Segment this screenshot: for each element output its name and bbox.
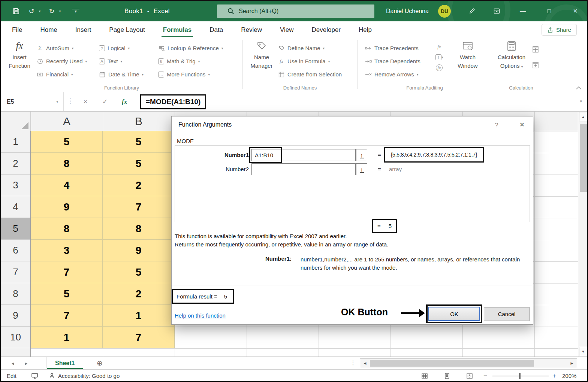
- dialog-close-button[interactable]: ×: [516, 119, 528, 130]
- row-header-9[interactable]: 9: [1, 305, 30, 327]
- scroll-right-button[interactable]: ▶: [567, 359, 577, 368]
- cell-B1[interactable]: 5: [103, 131, 175, 153]
- page-layout-view-button[interactable]: [440, 370, 454, 382]
- text-button[interactable]: A Text ▾: [97, 55, 145, 67]
- row-header-6[interactable]: 6: [1, 240, 30, 261]
- collapse-dialog-button-2[interactable]: ↑: [356, 163, 367, 175]
- help-link[interactable]: Help on this function: [175, 312, 226, 319]
- dialog-title[interactable]: Function Arguments: [178, 121, 232, 128]
- zoom-level[interactable]: 200%: [562, 370, 576, 382]
- ok-button[interactable]: OK: [428, 307, 480, 321]
- avatar[interactable]: DU: [438, 5, 451, 18]
- undo-button[interactable]: ↺: [26, 1, 37, 21]
- cell-B10[interactable]: 7: [103, 327, 175, 348]
- save-icon[interactable]: [10, 1, 22, 21]
- cell-A4[interactable]: 9: [31, 196, 103, 218]
- tab-developer[interactable]: Developer: [311, 21, 342, 38]
- insert-function-fx-button[interactable]: fx: [116, 92, 133, 111]
- error-checking-button[interactable]: ! ▾: [435, 53, 444, 62]
- horizontal-scrollbar[interactable]: ◀ ▶: [360, 358, 577, 368]
- calculation-options-button[interactable]: Calculation Options ▾: [495, 38, 528, 70]
- row-header-8[interactable]: 8: [1, 283, 30, 305]
- sheet-tab-sheet1[interactable]: Sheet1: [46, 357, 83, 369]
- cell-B9[interactable]: 1: [103, 305, 175, 327]
- recently-used-button[interactable]: Recently Used ▾: [35, 55, 88, 67]
- cell-A5[interactable]: 8: [31, 218, 103, 240]
- tab-splitter-icon[interactable]: ⋮: [350, 359, 356, 366]
- show-formulas-button[interactable]: fx: [435, 42, 444, 51]
- cell-B4[interactable]: 7: [103, 196, 175, 218]
- scroll-up-button[interactable]: ▲: [579, 112, 587, 121]
- tab-data[interactable]: Data: [209, 21, 224, 38]
- cell-A1[interactable]: 5: [31, 131, 103, 153]
- zoom-out-button[interactable]: −: [483, 370, 487, 382]
- cell-A2[interactable]: 8: [31, 153, 103, 175]
- cancel-entry-button[interactable]: ×: [77, 92, 94, 111]
- use-in-formula-button[interactable]: fx Use in Formula ▾: [277, 55, 343, 67]
- zoom-slider-handle[interactable]: [519, 373, 521, 379]
- more-functions-button[interactable]: … More Functions ▾: [157, 69, 224, 80]
- cell-A3[interactable]: 4: [31, 175, 103, 196]
- insert-function-button[interactable]: fx Insert Function: [6, 38, 33, 70]
- cell-B3[interactable]: 2: [103, 175, 175, 196]
- trace-precedents-button[interactable]: Trace Precedents: [364, 42, 422, 54]
- scroll-left-button[interactable]: ◀: [360, 359, 370, 368]
- sheet-nav-right-button[interactable]: ▸: [21, 357, 31, 369]
- name-box-dropdown-icon[interactable]: ▾: [56, 100, 58, 104]
- number2-input[interactable]: [251, 163, 356, 175]
- watch-window-button[interactable]: Watch Window: [454, 38, 481, 70]
- expand-formula-bar-icon[interactable]: ▾: [580, 99, 582, 104]
- new-sheet-button[interactable]: ⊕: [93, 357, 106, 369]
- normal-view-button[interactable]: [417, 370, 432, 382]
- tab-file[interactable]: File: [11, 21, 23, 38]
- tab-formulas[interactable]: Formulas: [162, 21, 193, 38]
- row-header-1[interactable]: 1: [1, 131, 30, 153]
- customize-quick-access-toolbar-icon[interactable]: ▾: [72, 9, 79, 13]
- minimize-button[interactable]: —: [514, 1, 531, 21]
- undo-chevron-icon[interactable]: ▾: [37, 1, 42, 21]
- date-time-button[interactable]: Date & Time ▾: [97, 69, 145, 80]
- calculate-sheet-button[interactable]: [531, 61, 540, 70]
- name-box[interactable]: E5 ▾: [1, 92, 64, 111]
- collapse-ribbon-button[interactable]: [576, 87, 581, 90]
- row-header-3[interactable]: 3: [1, 175, 30, 196]
- search-input[interactable]: Search (Alt+Q): [217, 4, 374, 18]
- cell-A7[interactable]: 7: [31, 261, 103, 283]
- zoom-in-button[interactable]: +: [552, 370, 556, 382]
- row-header-7[interactable]: 7: [1, 261, 30, 283]
- window-close-button[interactable]: ×: [567, 1, 584, 21]
- share-button[interactable]: Share: [542, 24, 577, 36]
- ribbon-display-options-icon[interactable]: [490, 1, 503, 21]
- cell-B8[interactable]: 2: [103, 283, 175, 305]
- formula-text[interactable]: =MODE(A1:B10): [146, 98, 200, 106]
- select-all-button[interactable]: [1, 112, 31, 131]
- financial-button[interactable]: Financial ▾: [35, 69, 88, 80]
- redo-chevron-icon[interactable]: ▾: [58, 1, 62, 21]
- vertical-scrollbar-thumb[interactable]: [580, 124, 587, 192]
- cell-B7[interactable]: 5: [103, 261, 175, 283]
- formula-bar-grip-icon[interactable]: ⋮: [67, 97, 73, 105]
- cell-A8[interactable]: 5: [31, 283, 103, 305]
- trace-dependents-button[interactable]: Trace Dependents: [364, 55, 422, 67]
- logical-button[interactable]: ? Logical ▾: [97, 42, 145, 54]
- column-header-a[interactable]: A: [31, 112, 103, 131]
- horizontal-scrollbar-thumb[interactable]: [370, 360, 534, 367]
- collapse-dialog-button-1[interactable]: ↑: [356, 149, 367, 161]
- column-header-b[interactable]: B: [103, 112, 175, 131]
- tab-home[interactable]: Home: [39, 21, 58, 38]
- remove-arrows-button[interactable]: Remove Arrows ▾: [364, 69, 422, 80]
- tab-page-layout[interactable]: Page Layout: [108, 21, 145, 38]
- redo-button[interactable]: ↻: [46, 1, 57, 21]
- cell-B5[interactable]: 8: [103, 218, 175, 240]
- row-header-4[interactable]: 4: [1, 196, 30, 218]
- scroll-down-button[interactable]: ▼: [579, 347, 587, 356]
- cell-A9[interactable]: 7: [31, 305, 103, 327]
- accessibility-status[interactable]: Accessibility: Good to go: [49, 370, 120, 382]
- tab-review[interactable]: Review: [240, 21, 263, 38]
- lookup-reference-button[interactable]: Lookup & Reference ▾: [157, 42, 224, 54]
- cell-A6[interactable]: 3: [31, 240, 103, 261]
- number1-input[interactable]: A1:B10: [251, 149, 356, 161]
- tab-help[interactable]: Help: [358, 21, 373, 38]
- pen-icon[interactable]: [465, 1, 478, 21]
- zoom-slider[interactable]: [492, 376, 549, 376]
